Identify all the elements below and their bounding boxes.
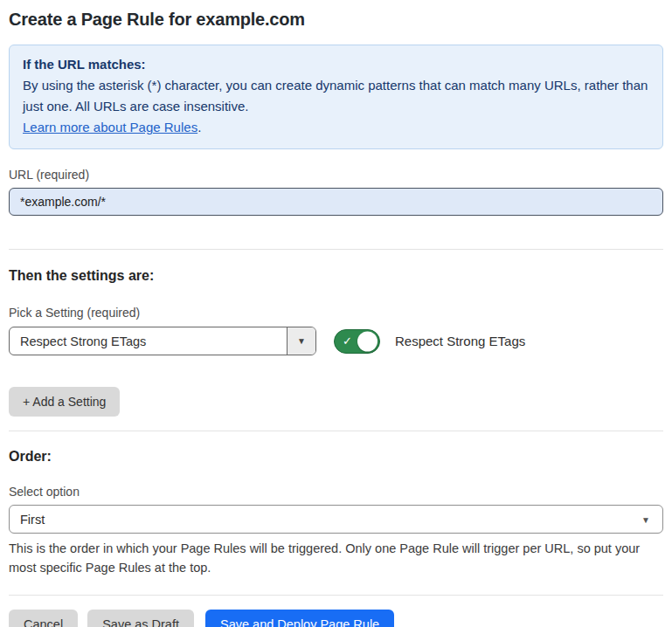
info-box-heading: If the URL matches:	[23, 54, 649, 75]
save-draft-button[interactable]: Save as Draft	[87, 610, 194, 627]
footer-divider	[9, 595, 663, 596]
section-divider	[9, 249, 663, 250]
url-match-info-box: If the URL matches: By using the asteris…	[9, 45, 663, 149]
checkmark-icon: ✓	[343, 334, 352, 348]
order-select[interactable]: First ▼	[9, 505, 663, 534]
learn-more-link[interactable]: Learn more about Page Rules	[23, 120, 197, 134]
url-field-label: URL (required)	[9, 168, 663, 182]
section-divider	[9, 431, 663, 431]
add-setting-button[interactable]: + Add a Setting	[9, 387, 120, 417]
save-deploy-button[interactable]: Save and Deploy Page Rule	[205, 610, 394, 627]
setting-select-value: Respect Strong ETags	[10, 327, 287, 355]
link-suffix: .	[197, 120, 201, 134]
page-rule-form: Create a Page Rule for example.com If th…	[0, 10, 672, 627]
setting-toggle-label: Respect Strong ETags	[395, 334, 525, 348]
settings-section-heading: Then the settings are:	[9, 268, 663, 284]
page-title: Create a Page Rule for example.com	[9, 10, 663, 30]
order-section-heading: Order:	[9, 449, 663, 465]
setting-picker-label: Pick a Setting (required)	[9, 306, 663, 320]
order-help-text: This is the order in which your Page Rul…	[9, 539, 663, 577]
dropdown-arrow-icon: ▼	[297, 336, 306, 346]
setting-row: Respect Strong ETags ▼ ✓ Respect Strong …	[9, 327, 663, 355]
setting-toggle[interactable]: ✓	[334, 329, 380, 354]
info-box-link-line: Learn more about Page Rules.	[23, 117, 649, 138]
url-input[interactable]	[9, 188, 663, 216]
order-select-label: Select option	[9, 485, 663, 499]
cancel-button[interactable]: Cancel	[9, 610, 78, 627]
order-select-value: First	[20, 513, 45, 527]
footer-actions: Cancel Save as Draft Save and Deploy Pag…	[9, 610, 663, 627]
setting-select-arrow-button[interactable]: ▼	[287, 327, 315, 355]
setting-select[interactable]: Respect Strong ETags ▼	[9, 327, 316, 355]
chevron-down-icon: ▼	[641, 514, 650, 524]
info-box-body: By using the asterisk (*) character, you…	[23, 75, 649, 117]
toggle-knob	[357, 331, 378, 351]
